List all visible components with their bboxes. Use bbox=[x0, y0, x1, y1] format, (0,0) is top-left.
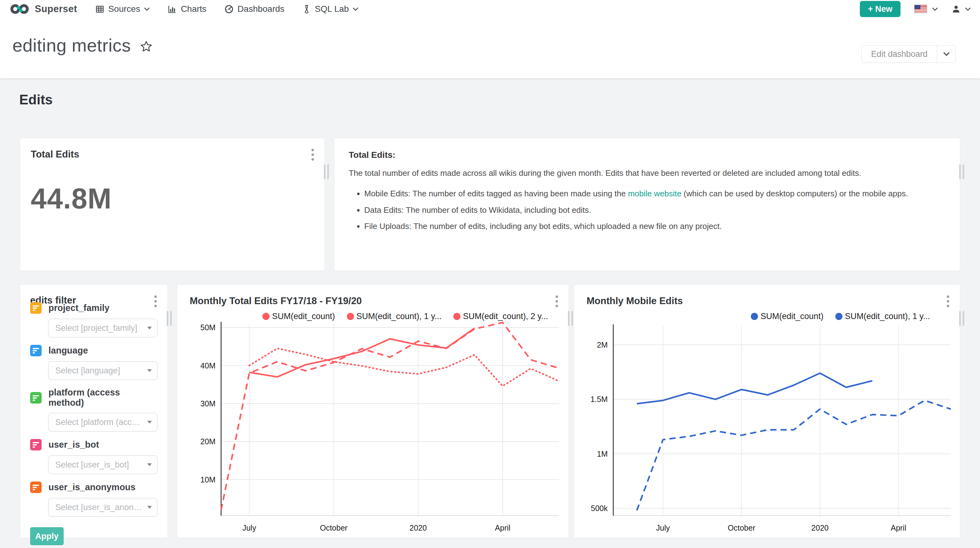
us-flag-icon bbox=[914, 5, 927, 13]
bullet-text: Data Edits: The number of edits to Wikid… bbox=[364, 206, 591, 215]
filter-list-icon bbox=[30, 392, 41, 403]
brand-name: Superset bbox=[35, 3, 77, 14]
filter-label-text: platform (access method) bbox=[48, 387, 158, 408]
edit-dashboard-control: Edit dashboard bbox=[861, 45, 956, 63]
apply-button[interactable]: Apply bbox=[30, 527, 64, 545]
edit-dashboard-button[interactable]: Edit dashboard bbox=[861, 45, 937, 63]
select-caret-icon bbox=[147, 327, 152, 330]
resize-handle[interactable] bbox=[568, 311, 573, 326]
legend-dot-icon bbox=[751, 313, 758, 320]
legend-item[interactable]: SUM(edit_count), 2 y... bbox=[453, 312, 548, 321]
legend-dot-icon bbox=[262, 313, 269, 320]
dashboard-title-row: editing metrics bbox=[13, 35, 153, 56]
flask-icon bbox=[302, 5, 311, 14]
resize-handle[interactable] bbox=[959, 311, 964, 326]
chart-legend: SUM(edit_count) SUM(edit_count), 1 y... … bbox=[262, 312, 548, 321]
select-placeholder: Select [user_is_anonymous] bbox=[55, 503, 143, 512]
description-card: Total Edits: The total number of edits m… bbox=[334, 138, 960, 271]
select-placeholder: Select [user_is_bot] bbox=[55, 460, 129, 470]
user-icon bbox=[951, 4, 961, 14]
user-menu[interactable] bbox=[951, 4, 971, 14]
select-caret-icon bbox=[147, 421, 152, 424]
edits-filter-card: edits filter project_family Select [proj… bbox=[20, 285, 168, 538]
project-family-select[interactable]: Select [project_family] bbox=[48, 319, 158, 338]
infinity-logo-icon bbox=[9, 3, 30, 15]
top-navbar: Superset Sources Charts Dashboards SQL L… bbox=[0, 0, 980, 18]
card-title: Total Edits bbox=[31, 149, 79, 160]
kebab-menu-icon[interactable] bbox=[945, 294, 950, 309]
bullet-file-uploads: File Uploads: The number of edits, inclu… bbox=[364, 220, 945, 233]
filter-label-text: language bbox=[48, 346, 88, 356]
legend-item[interactable]: SUM(edit_count) bbox=[262, 312, 335, 321]
filter-label-language: language bbox=[30, 345, 158, 356]
table-grid-icon bbox=[95, 5, 104, 14]
select-placeholder: Select [language] bbox=[55, 366, 120, 376]
chevron-down-icon bbox=[144, 8, 150, 11]
markdown-intro: The total number of edits made across al… bbox=[349, 167, 945, 179]
legend-label: SUM(edit_count) bbox=[272, 312, 335, 321]
filter-body: edits filter project_family Select [proj… bbox=[30, 295, 158, 528]
legend-item[interactable]: SUM(edit_count), 1 y... bbox=[347, 312, 442, 321]
page-title: editing metrics bbox=[13, 35, 131, 56]
filter-list-icon bbox=[30, 481, 41, 493]
chart-title: Monthly Mobile Edits bbox=[587, 295, 683, 307]
total-edits-value: 44.8M bbox=[31, 182, 112, 215]
favorite-star-icon[interactable] bbox=[139, 40, 153, 53]
nav-item-label: Charts bbox=[181, 4, 206, 14]
filter-label-platform: platform (access method) bbox=[30, 387, 158, 408]
nav-item-dashboards[interactable]: Dashboards bbox=[224, 4, 285, 14]
superset-logo[interactable]: Superset bbox=[9, 3, 77, 15]
bullet-text: Mobile Edits: The number of edits tagged… bbox=[364, 189, 628, 198]
markdown-content: Total Edits: The total number of edits m… bbox=[349, 150, 945, 259]
nav-item-sql-lab[interactable]: SQL Lab bbox=[302, 4, 358, 14]
new-button[interactable]: + New bbox=[860, 1, 900, 17]
resize-handle[interactable] bbox=[167, 311, 172, 326]
kebab-menu-icon[interactable] bbox=[554, 294, 559, 309]
select-placeholder: Select [platform (access method)] bbox=[55, 417, 143, 427]
markdown-bullet-list: Mobile Edits: The number of edits tagged… bbox=[349, 187, 945, 233]
filter-list-icon bbox=[30, 345, 41, 356]
kebab-menu-icon[interactable] bbox=[310, 148, 315, 162]
select-caret-icon bbox=[147, 506, 152, 509]
nav-item-label: SQL Lab bbox=[315, 4, 349, 14]
chevron-down-icon bbox=[965, 8, 971, 11]
edit-dashboard-dropdown[interactable] bbox=[937, 45, 956, 63]
legend-label: SUM(edit_count), 2 y... bbox=[463, 312, 548, 321]
superset-dashboard-page: Superset Sources Charts Dashboards SQL L… bbox=[0, 0, 980, 548]
bullet-text: (which can be used by desktop computers)… bbox=[681, 189, 908, 198]
gauge-icon bbox=[224, 5, 234, 14]
bar-chart-icon bbox=[168, 5, 177, 14]
nav-items: Sources Charts Dashboards SQL Lab bbox=[95, 4, 359, 14]
resize-handle[interactable] bbox=[324, 164, 329, 179]
chevron-down-icon bbox=[932, 8, 938, 11]
section-title: Edits bbox=[19, 92, 53, 107]
legend-item[interactable]: SUM(edit_count) bbox=[751, 312, 824, 321]
total-edits-card: Total Edits 44.8M bbox=[20, 138, 325, 271]
user-is-anonymous-select[interactable]: Select [user_is_anonymous] bbox=[48, 498, 158, 517]
filter-label-text: user_is_anonymous bbox=[48, 482, 135, 492]
nav-item-charts[interactable]: Charts bbox=[168, 4, 206, 14]
legend-label: SUM(edit_count), 1 y... bbox=[356, 312, 442, 321]
chart-legend: SUM(edit_count) SUM(edit_count), 1 y... bbox=[751, 312, 930, 321]
topbar-right: + New bbox=[860, 1, 971, 17]
filter-label-user-is-anonymous: user_is_anonymous bbox=[30, 481, 158, 493]
chevron-down-icon bbox=[943, 52, 950, 56]
legend-label: SUM(edit_count), 1 y... bbox=[845, 312, 930, 321]
user-is-bot-select[interactable]: Select [user_is_bot] bbox=[48, 456, 158, 474]
nav-item-label: Dashboards bbox=[237, 4, 285, 14]
language-selector[interactable] bbox=[914, 5, 938, 13]
platform-select[interactable]: Select [platform (access method)] bbox=[48, 413, 158, 432]
legend-item[interactable]: SUM(edit_count), 1 y... bbox=[835, 312, 930, 321]
nav-item-sources[interactable]: Sources bbox=[95, 4, 150, 14]
legend-dot-icon bbox=[453, 313, 460, 320]
bullet-data-edits: Data Edits: The number of edits to Wikid… bbox=[364, 204, 945, 216]
markdown-heading: Total Edits: bbox=[349, 150, 945, 160]
resize-handle[interactable] bbox=[959, 164, 964, 179]
monthly-total-edits-card: Monthly Total Edits FY17/18 - FY19/20 SU… bbox=[177, 285, 569, 538]
language-select[interactable]: Select [language] bbox=[48, 361, 158, 380]
chevron-down-icon bbox=[353, 8, 358, 11]
mobile-website-link[interactable]: mobile website bbox=[628, 189, 681, 198]
monthly-mobile-edits-card: Monthly Mobile Edits SUM(edit_count) SUM… bbox=[574, 285, 960, 538]
filter-label-text: user_is_bot bbox=[48, 440, 99, 450]
nav-item-label: Sources bbox=[108, 4, 140, 14]
